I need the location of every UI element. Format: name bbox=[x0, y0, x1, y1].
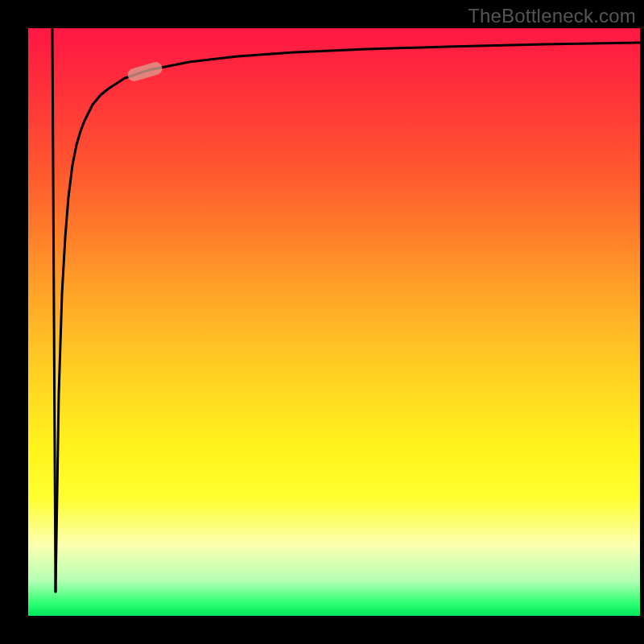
curve-layer bbox=[28, 28, 640, 616]
curve-down-stroke bbox=[52, 28, 56, 592]
curve-up-stroke bbox=[56, 43, 640, 592]
attribution-watermark: TheBottleneck.com bbox=[468, 5, 636, 27]
plot-gradient-background bbox=[28, 28, 640, 616]
curve-marker-pill bbox=[126, 60, 164, 83]
chart-frame: TheBottleneck.com bbox=[0, 0, 644, 644]
